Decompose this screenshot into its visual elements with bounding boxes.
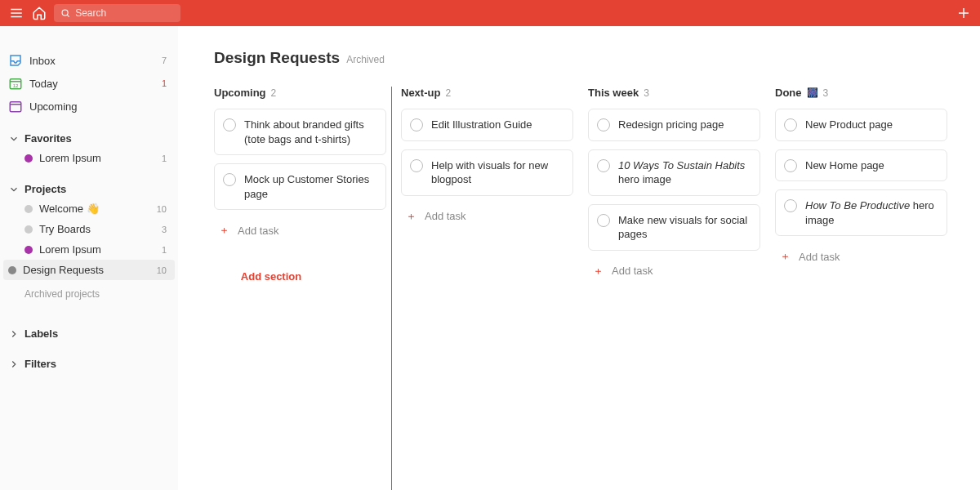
column-count: 2 (445, 87, 451, 99)
board-column: This week 3 Redesign pricing page 10 Way… (588, 87, 775, 283)
task-checkbox[interactable] (784, 159, 797, 172)
plus-icon: ＋ (593, 264, 604, 278)
inbox-label: Inbox (29, 55, 56, 67)
task-card[interactable]: New Product page (775, 109, 947, 141)
task-card[interactable]: Make new visuals for social pages (588, 204, 760, 251)
project-label: Lorem Ipsum (39, 243, 101, 256)
today-count: 1 (162, 78, 167, 88)
task-checkbox[interactable] (597, 118, 610, 131)
task-checkbox[interactable] (410, 159, 423, 172)
favorite-label: Lorem Ipsum (39, 152, 101, 164)
task-card[interactable]: 10 Ways To Sustain Habits hero image (588, 149, 760, 196)
task-checkbox[interactable] (784, 118, 797, 131)
project-color-dot (24, 246, 33, 254)
chevron-down-icon (8, 133, 20, 145)
task-text: Mock up Customer Stories page (244, 172, 376, 201)
home-icon[interactable] (31, 5, 47, 21)
chevron-down-icon (8, 184, 20, 195)
task-text: New Home page (805, 158, 884, 173)
svg-line-4 (67, 15, 69, 16)
search-input[interactable] (75, 7, 174, 19)
task-checkbox[interactable] (597, 214, 610, 227)
inbox-icon (8, 53, 23, 68)
task-checkbox[interactable] (410, 118, 423, 131)
add-task-button[interactable]: ＋ Add task (401, 204, 573, 224)
sidebar-inbox[interactable]: Inbox 7 (0, 49, 178, 72)
task-text: Think about branded gifts (tote bags and… (244, 118, 376, 146)
board: Upcoming 2 Think about branded gifts (to… (214, 87, 962, 283)
project-label: Welcome 👋 (39, 203, 100, 215)
task-text: Help with visuals for new blogpost (431, 158, 563, 187)
add-task-button[interactable]: ＋ Add task (588, 259, 760, 278)
project-color-dot (24, 225, 33, 234)
board-column: Upcoming 2 Think about branded gifts (to… (214, 87, 401, 283)
sidebar-project-item-selected[interactable]: Design Requests 10 (3, 260, 175, 280)
task-card[interactable]: Help with visuals for new blogpost (401, 149, 573, 196)
sidebar-today[interactable]: 12 Today 1 (0, 72, 178, 95)
menu-icon[interactable] (8, 5, 24, 21)
project-color-dot (24, 205, 33, 213)
projects-header[interactable]: Projects (0, 168, 178, 198)
archived-projects-link[interactable]: Archived projects (0, 280, 178, 305)
add-task-label: Add task (612, 265, 653, 277)
add-task-button[interactable]: ＋ Add task (214, 218, 386, 238)
column-divider (391, 87, 392, 490)
svg-text:12: 12 (13, 83, 19, 88)
plus-icon: ＋ (219, 223, 229, 238)
board-column: Next-up 2 Edit Illustration Guide Help w… (401, 87, 588, 283)
add-task-label: Add task (238, 225, 279, 237)
task-card[interactable]: Redesign pricing page (588, 109, 760, 141)
sidebar: Inbox 7 12 Today 1 Upcoming Favorites Lo… (0, 26, 178, 490)
filters-header[interactable]: Filters (0, 343, 178, 373)
chevron-right-icon (8, 359, 20, 370)
column-count: 3 (644, 87, 649, 99)
add-task-label: Add task (425, 210, 466, 222)
sidebar-project-item[interactable]: Welcome 👋 10 (0, 198, 178, 219)
add-section-button[interactable]: Add section (178, 270, 368, 283)
project-count: 3 (162, 225, 167, 234)
add-task-button[interactable]: ＋ Add task (775, 244, 947, 264)
page-title: Design Requests (214, 49, 340, 67)
calendar-upcoming-icon (8, 99, 23, 114)
task-card[interactable]: Mock up Customer Stories page (214, 163, 386, 210)
sidebar-project-item[interactable]: Try Boards 3 (0, 219, 178, 239)
project-color-dot (8, 266, 16, 274)
task-text: 10 Ways To Sustain Habits hero image (618, 158, 750, 187)
project-count: 10 (157, 265, 167, 275)
task-checkbox[interactable] (223, 173, 236, 186)
task-checkbox[interactable] (223, 118, 236, 131)
topbar (0, 0, 980, 26)
svg-rect-10 (10, 102, 21, 112)
plus-icon: ＋ (406, 209, 416, 224)
inbox-count: 7 (162, 56, 167, 65)
column-count: 3 (823, 87, 829, 99)
favorites-header[interactable]: Favorites (0, 118, 178, 148)
project-color-dot (24, 154, 33, 163)
task-card[interactable]: Think about branded gifts (tote bags and… (214, 109, 386, 155)
today-label: Today (29, 78, 58, 90)
search-box[interactable] (54, 4, 180, 22)
project-label: Try Boards (39, 223, 91, 235)
project-label: Design Requests (23, 264, 104, 276)
task-card[interactable]: New Home page (775, 149, 947, 182)
page-subtitle: Archived (346, 54, 385, 65)
plus-icon: ＋ (780, 249, 791, 264)
task-text: New Product page (805, 118, 893, 132)
add-task-label: Add task (799, 251, 840, 263)
upcoming-label: Upcoming (29, 100, 78, 113)
task-text: Edit Illustration Guide (431, 118, 532, 132)
labels-header[interactable]: Labels (0, 305, 178, 343)
add-icon[interactable] (956, 5, 972, 21)
task-card[interactable]: Edit Illustration Guide (401, 109, 573, 141)
task-checkbox[interactable] (597, 159, 610, 172)
task-card[interactable]: How To Be Productive hero image (775, 189, 947, 236)
project-count: 1 (162, 245, 167, 255)
sidebar-upcoming[interactable]: Upcoming (0, 95, 178, 118)
svg-point-3 (62, 10, 68, 16)
done-emoji: 🎆 (807, 87, 818, 98)
sidebar-project-item[interactable]: Lorem Ipsum 1 (0, 239, 178, 260)
task-checkbox[interactable] (784, 199, 797, 212)
column-title: Upcoming (214, 87, 266, 99)
sidebar-favorite-item[interactable]: Lorem Ipsum 1 (0, 148, 178, 168)
favorite-count: 1 (162, 154, 167, 163)
